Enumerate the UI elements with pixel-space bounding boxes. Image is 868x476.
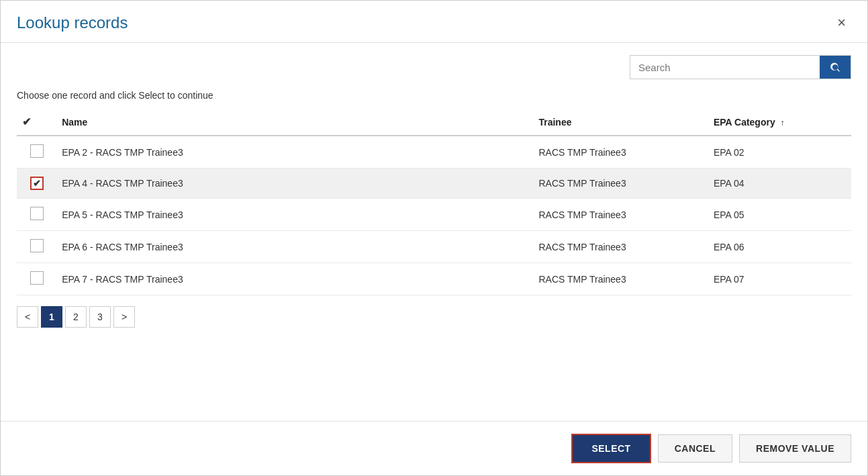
row-epa-category: EPA 02 bbox=[708, 136, 851, 169]
records-table: ✔ Name Trainee EPA Category ↑ bbox=[17, 109, 851, 295]
search-input[interactable] bbox=[630, 56, 820, 79]
search-row bbox=[17, 55, 851, 79]
checkmark-icon: ✔ bbox=[33, 178, 41, 189]
row-trainee: RACS TMP Trainee3 bbox=[533, 169, 708, 199]
row-checkbox[interactable] bbox=[30, 271, 44, 285]
search-button[interactable] bbox=[820, 56, 851, 79]
row-trainee: RACS TMP Trainee3 bbox=[533, 199, 708, 231]
header-check-icon: ✔ bbox=[22, 116, 31, 128]
pagination-page-2[interactable]: 2 bbox=[65, 306, 87, 328]
row-epa-category: EPA 04 bbox=[708, 169, 851, 199]
pagination-next[interactable]: > bbox=[113, 306, 135, 328]
pagination: < 1 2 3 > bbox=[17, 295, 851, 336]
dialog-body: Choose one record and click Select to co… bbox=[1, 43, 867, 421]
row-checkbox-cell: ✔ bbox=[17, 169, 56, 199]
table-body: EPA 2 - RACS TMP Trainee3RACS TMP Traine… bbox=[17, 136, 851, 295]
table-row[interactable]: EPA 6 - RACS TMP Trainee3RACS TMP Traine… bbox=[17, 231, 851, 263]
row-trainee: RACS TMP Trainee3 bbox=[533, 136, 708, 169]
check-col-header: ✔ bbox=[17, 109, 56, 136]
pagination-prev[interactable]: < bbox=[17, 306, 38, 328]
remove-value-button[interactable]: REMOVE VALUE bbox=[739, 434, 851, 463]
epa-col-header[interactable]: EPA Category ↑ bbox=[708, 109, 851, 136]
row-checkbox[interactable] bbox=[30, 207, 44, 220]
select-button[interactable]: SELECT bbox=[571, 434, 650, 463]
row-name: EPA 4 - RACS TMP Trainee3 bbox=[56, 169, 533, 199]
row-epa-category: EPA 05 bbox=[708, 199, 851, 231]
pagination-page-1[interactable]: 1 bbox=[41, 306, 62, 328]
row-checkbox[interactable] bbox=[30, 144, 44, 158]
row-checkbox[interactable] bbox=[30, 239, 44, 252]
sort-arrow-icon: ↑ bbox=[781, 118, 785, 128]
records-table-container: ✔ Name Trainee EPA Category ↑ bbox=[17, 109, 851, 295]
row-checkbox-cell bbox=[17, 263, 56, 295]
dialog-title: Lookup records bbox=[17, 13, 128, 32]
row-epa-category: EPA 07 bbox=[708, 263, 851, 295]
table-row[interactable]: EPA 7 - RACS TMP Trainee3RACS TMP Traine… bbox=[17, 263, 851, 295]
row-trainee: RACS TMP Trainee3 bbox=[533, 263, 708, 295]
row-name: EPA 6 - RACS TMP Trainee3 bbox=[56, 231, 533, 263]
search-icon bbox=[829, 61, 841, 73]
dialog-header: Lookup records × bbox=[1, 1, 867, 43]
instruction-text: Choose one record and click Select to co… bbox=[17, 90, 851, 101]
dialog-footer: SELECT CANCEL REMOVE VALUE bbox=[1, 421, 867, 475]
table-row[interactable]: EPA 5 - RACS TMP Trainee3RACS TMP Traine… bbox=[17, 199, 851, 231]
row-trainee: RACS TMP Trainee3 bbox=[533, 231, 708, 263]
row-checkbox-cell bbox=[17, 136, 56, 169]
row-name: EPA 5 - RACS TMP Trainee3 bbox=[56, 199, 533, 231]
pagination-page-3[interactable]: 3 bbox=[89, 306, 111, 328]
table-row[interactable]: ✔EPA 4 - RACS TMP Trainee3RACS TMP Train… bbox=[17, 169, 851, 199]
row-checkbox[interactable]: ✔ bbox=[30, 177, 44, 190]
name-col-header: Name bbox=[56, 109, 533, 136]
lookup-dialog: Lookup records × Choose one record and c… bbox=[0, 0, 868, 476]
table-row[interactable]: EPA 2 - RACS TMP Trainee3RACS TMP Traine… bbox=[17, 136, 851, 169]
row-name: EPA 2 - RACS TMP Trainee3 bbox=[56, 136, 533, 169]
trainee-col-header: Trainee bbox=[533, 109, 708, 136]
row-checkbox-cell bbox=[17, 199, 56, 231]
close-button[interactable]: × bbox=[832, 13, 851, 33]
row-epa-category: EPA 06 bbox=[708, 231, 851, 263]
row-checkbox-cell bbox=[17, 231, 56, 263]
table-header: ✔ Name Trainee EPA Category ↑ bbox=[17, 109, 851, 136]
search-box bbox=[630, 55, 851, 79]
cancel-button[interactable]: CANCEL bbox=[658, 434, 732, 463]
row-name: EPA 7 - RACS TMP Trainee3 bbox=[56, 263, 533, 295]
